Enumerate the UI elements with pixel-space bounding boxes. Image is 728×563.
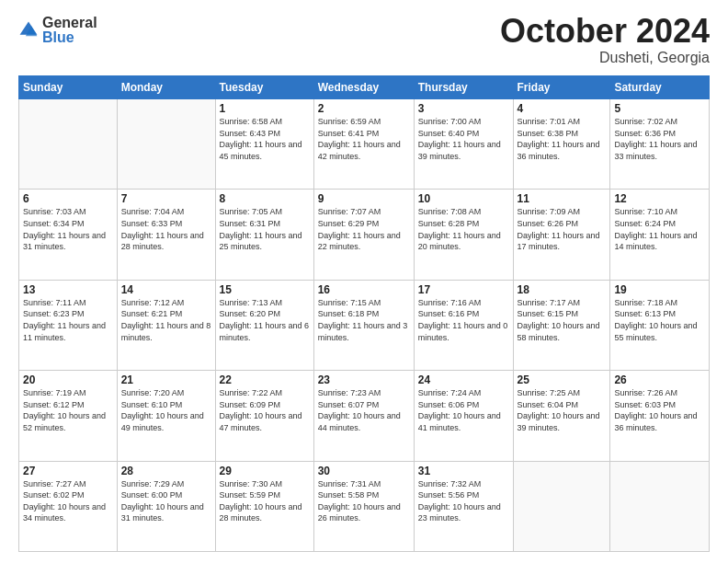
location-title: Dusheti, Georgia [500, 50, 710, 66]
calendar-cell: 5Sunrise: 7:02 AMSunset: 6:36 PMDaylight… [610, 99, 710, 190]
calendar-cell: 25Sunrise: 7:25 AMSunset: 6:04 PMDayligh… [513, 371, 610, 461]
day-info: Sunrise: 6:58 AMSunset: 6:43 PMDaylight:… [220, 116, 310, 162]
calendar-cell: 21Sunrise: 7:20 AMSunset: 6:10 PMDayligh… [117, 371, 215, 461]
day-number: 14 [121, 283, 211, 296]
day-info: Sunrise: 7:29 AMSunset: 6:00 PMDaylight:… [121, 478, 211, 524]
day-number: 3 [418, 102, 509, 115]
day-number: 29 [220, 465, 310, 477]
weekday-friday: Friday [513, 76, 610, 99]
calendar-cell: 18Sunrise: 7:17 AMSunset: 6:15 PMDayligh… [513, 280, 610, 370]
day-number: 30 [318, 465, 410, 477]
day-info: Sunrise: 7:13 AMSunset: 6:20 PMDaylight:… [220, 297, 310, 343]
weekday-saturday: Saturday [610, 76, 710, 99]
weekday-header-row: SundayMondayTuesdayWednesdayThursdayFrid… [19, 76, 710, 99]
calendar-cell: 19Sunrise: 7:18 AMSunset: 6:13 PMDayligh… [610, 280, 710, 370]
day-number: 21 [121, 373, 211, 386]
day-info: Sunrise: 7:30 AMSunset: 5:59 PMDaylight:… [220, 478, 310, 524]
calendar-cell: 12Sunrise: 7:10 AMSunset: 6:24 PMDayligh… [610, 190, 710, 280]
week-row-4: 20Sunrise: 7:19 AMSunset: 6:12 PMDayligh… [19, 371, 710, 461]
week-row-3: 13Sunrise: 7:11 AMSunset: 6:23 PMDayligh… [19, 280, 710, 370]
day-info: Sunrise: 7:03 AMSunset: 6:34 PMDaylight:… [23, 206, 113, 252]
weekday-wednesday: Wednesday [313, 76, 414, 99]
day-info: Sunrise: 7:07 AMSunset: 6:29 PMDaylight:… [318, 206, 410, 252]
day-number: 2 [318, 102, 410, 115]
day-number: 6 [23, 192, 113, 205]
calendar-cell: 8Sunrise: 7:05 AMSunset: 6:31 PMDaylight… [215, 190, 313, 280]
calendar-cell: 31Sunrise: 7:32 AMSunset: 5:56 PMDayligh… [414, 461, 513, 551]
day-info: Sunrise: 7:16 AMSunset: 6:16 PMDaylight:… [418, 297, 509, 343]
day-info: Sunrise: 7:20 AMSunset: 6:10 PMDaylight:… [121, 387, 211, 433]
day-info: Sunrise: 7:27 AMSunset: 6:02 PMDaylight:… [23, 478, 113, 524]
day-number: 13 [23, 283, 113, 296]
day-number: 1 [220, 102, 310, 115]
day-number: 18 [518, 283, 607, 296]
week-row-5: 27Sunrise: 7:27 AMSunset: 6:02 PMDayligh… [19, 461, 710, 551]
day-info: Sunrise: 7:26 AMSunset: 6:03 PMDaylight:… [614, 387, 705, 433]
calendar-cell: 28Sunrise: 7:29 AMSunset: 6:00 PMDayligh… [117, 461, 215, 551]
calendar-cell: 1Sunrise: 6:58 AMSunset: 6:43 PMDaylight… [215, 99, 313, 190]
calendar-cell: 9Sunrise: 7:07 AMSunset: 6:29 PMDaylight… [313, 190, 414, 280]
calendar-cell: 26Sunrise: 7:26 AMSunset: 6:03 PMDayligh… [610, 371, 710, 461]
day-number: 19 [614, 283, 705, 296]
day-number: 4 [518, 102, 607, 115]
day-info: Sunrise: 7:05 AMSunset: 6:31 PMDaylight:… [220, 206, 310, 252]
calendar-cell: 27Sunrise: 7:27 AMSunset: 6:02 PMDayligh… [19, 461, 118, 551]
day-number: 7 [121, 192, 211, 205]
calendar-cell: 6Sunrise: 7:03 AMSunset: 6:34 PMDaylight… [19, 190, 118, 280]
day-info: Sunrise: 7:17 AMSunset: 6:15 PMDaylight:… [518, 297, 607, 343]
day-info: Sunrise: 7:23 AMSunset: 6:07 PMDaylight:… [318, 387, 410, 433]
weekday-thursday: Thursday [414, 76, 513, 99]
week-row-1: 1Sunrise: 6:58 AMSunset: 6:43 PMDaylight… [19, 99, 710, 190]
calendar-cell: 30Sunrise: 7:31 AMSunset: 5:58 PMDayligh… [313, 461, 414, 551]
day-number: 9 [318, 192, 410, 205]
day-info: Sunrise: 7:25 AMSunset: 6:04 PMDaylight:… [518, 387, 607, 433]
calendar-cell: 23Sunrise: 7:23 AMSunset: 6:07 PMDayligh… [313, 371, 414, 461]
month-title: October 2024 [500, 15, 710, 48]
day-info: Sunrise: 7:18 AMSunset: 6:13 PMDaylight:… [614, 297, 705, 343]
calendar-cell: 13Sunrise: 7:11 AMSunset: 6:23 PMDayligh… [19, 280, 118, 370]
page: General Blue October 2024 Dusheti, Georg… [0, 0, 728, 563]
header: General Blue October 2024 Dusheti, Georg… [18, 15, 710, 66]
calendar-cell: 7Sunrise: 7:04 AMSunset: 6:33 PMDaylight… [117, 190, 215, 280]
calendar-cell: 14Sunrise: 7:12 AMSunset: 6:21 PMDayligh… [117, 280, 215, 370]
day-number: 24 [418, 373, 509, 386]
day-number: 28 [121, 465, 211, 477]
calendar-cell: 17Sunrise: 7:16 AMSunset: 6:16 PMDayligh… [414, 280, 513, 370]
day-info: Sunrise: 7:15 AMSunset: 6:18 PMDaylight:… [318, 297, 410, 343]
day-info: Sunrise: 7:09 AMSunset: 6:26 PMDaylight:… [518, 206, 607, 252]
week-row-2: 6Sunrise: 7:03 AMSunset: 6:34 PMDaylight… [19, 190, 710, 280]
calendar-cell: 3Sunrise: 7:00 AMSunset: 6:40 PMDaylight… [414, 99, 513, 190]
calendar-cell: 15Sunrise: 7:13 AMSunset: 6:20 PMDayligh… [215, 280, 313, 370]
day-info: Sunrise: 7:10 AMSunset: 6:24 PMDaylight:… [614, 206, 705, 252]
day-number: 17 [418, 283, 509, 296]
calendar-cell: 16Sunrise: 7:15 AMSunset: 6:18 PMDayligh… [313, 280, 414, 370]
day-info: Sunrise: 6:59 AMSunset: 6:41 PMDaylight:… [318, 116, 410, 162]
day-number: 27 [23, 465, 113, 477]
day-info: Sunrise: 7:22 AMSunset: 6:09 PMDaylight:… [220, 387, 310, 433]
day-info: Sunrise: 7:00 AMSunset: 6:40 PMDaylight:… [418, 116, 509, 162]
day-info: Sunrise: 7:24 AMSunset: 6:06 PMDaylight:… [418, 387, 509, 433]
day-info: Sunrise: 7:31 AMSunset: 5:58 PMDaylight:… [318, 478, 410, 524]
calendar-cell: 11Sunrise: 7:09 AMSunset: 6:26 PMDayligh… [513, 190, 610, 280]
calendar-cell: 10Sunrise: 7:08 AMSunset: 6:28 PMDayligh… [414, 190, 513, 280]
calendar-table: SundayMondayTuesdayWednesdayThursdayFrid… [18, 75, 710, 552]
calendar-cell [513, 461, 610, 551]
day-number: 22 [220, 373, 310, 386]
calendar-cell [19, 99, 118, 190]
day-info: Sunrise: 7:08 AMSunset: 6:28 PMDaylight:… [418, 206, 509, 252]
calendar-cell: 2Sunrise: 6:59 AMSunset: 6:41 PMDaylight… [313, 99, 414, 190]
day-info: Sunrise: 7:04 AMSunset: 6:33 PMDaylight:… [121, 206, 211, 252]
calendar-cell: 22Sunrise: 7:22 AMSunset: 6:09 PMDayligh… [215, 371, 313, 461]
day-info: Sunrise: 7:19 AMSunset: 6:12 PMDaylight:… [23, 387, 113, 433]
day-number: 25 [518, 373, 607, 386]
day-number: 16 [318, 283, 410, 296]
day-number: 10 [418, 192, 509, 205]
calendar-cell: 24Sunrise: 7:24 AMSunset: 6:06 PMDayligh… [414, 371, 513, 461]
calendar-cell [610, 461, 710, 551]
title-section: October 2024 Dusheti, Georgia [500, 15, 710, 66]
day-info: Sunrise: 7:02 AMSunset: 6:36 PMDaylight:… [614, 116, 705, 162]
day-number: 23 [318, 373, 410, 386]
day-info: Sunrise: 7:01 AMSunset: 6:38 PMDaylight:… [518, 116, 607, 162]
day-number: 8 [220, 192, 310, 205]
calendar-cell [117, 99, 215, 190]
